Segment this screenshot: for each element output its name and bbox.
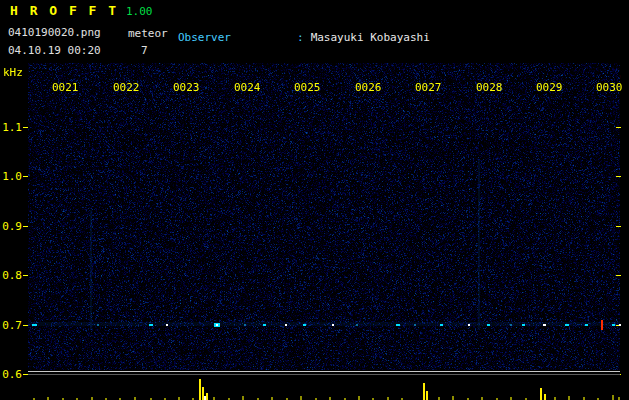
output-filename: 0410190020.png [8,26,101,39]
y-axis-tick [616,226,621,227]
level-panel [28,375,620,400]
x-tick-label: 0024 [234,81,261,94]
y-tick-label: 1.1 [2,121,22,134]
y-axis-tick [23,226,28,227]
level-spike [242,396,244,400]
level-spike [300,396,302,400]
spectrogram-noise [28,63,620,370]
x-tick-label: 0021 [52,81,79,94]
y-axis-unit: kHz [3,66,23,79]
y-tick-label: 0.6 [2,368,22,381]
separator-line-top [28,371,620,372]
x-tick-label: 0028 [476,81,503,94]
y-axis-tick [616,325,621,326]
y-tick-label: 1.0 [2,170,22,183]
y-axis-tick [23,127,28,128]
hrofft-screen: H R O F F T 1.00 0410190020.png meteor 0… [0,0,629,400]
app-title: H R O F F T [10,3,118,18]
y-tick-label: 0.8 [2,269,22,282]
level-spike [544,394,546,400]
info-label-observer: Observer [178,31,297,44]
level-spike [358,396,360,400]
y-tick-label: 0.7 [2,319,22,332]
level-spike [540,388,542,400]
x-tick-label: 0025 [294,81,321,94]
x-tick-label: 0029 [536,81,563,94]
level-spike [452,396,454,400]
y-axis-tick [616,127,621,128]
x-tick-label: 0026 [355,81,382,94]
info-colon: : [297,31,304,44]
level-spike [612,395,614,400]
echo-count: 7 [141,44,148,57]
y-tick-label: 0.9 [2,220,22,233]
y-axis-tick [616,275,621,276]
level-spike [199,379,201,400]
x-tick-label: 0027 [415,81,442,94]
y-axis-tick [23,275,28,276]
observation-mode: meteor [128,27,168,40]
x-tick-label: 0023 [173,81,200,94]
observation-timestamp: 04.10.19 00:20 [8,44,101,57]
x-tick-label: 0030 [596,81,623,94]
info-row-observer: Observer:Masayuki Kobayashi [178,31,622,44]
x-tick-label: 0022 [113,81,140,94]
info-value-observer: Masayuki Kobayashi [304,31,430,44]
y-axis-tick [616,176,621,177]
level-spike [568,396,570,400]
app-version: 1.00 [126,5,153,18]
y-axis-tick [23,176,28,177]
level-spike [426,391,428,400]
y-axis-tick [23,325,28,326]
level-spike [423,383,425,400]
level-spike [206,393,208,400]
